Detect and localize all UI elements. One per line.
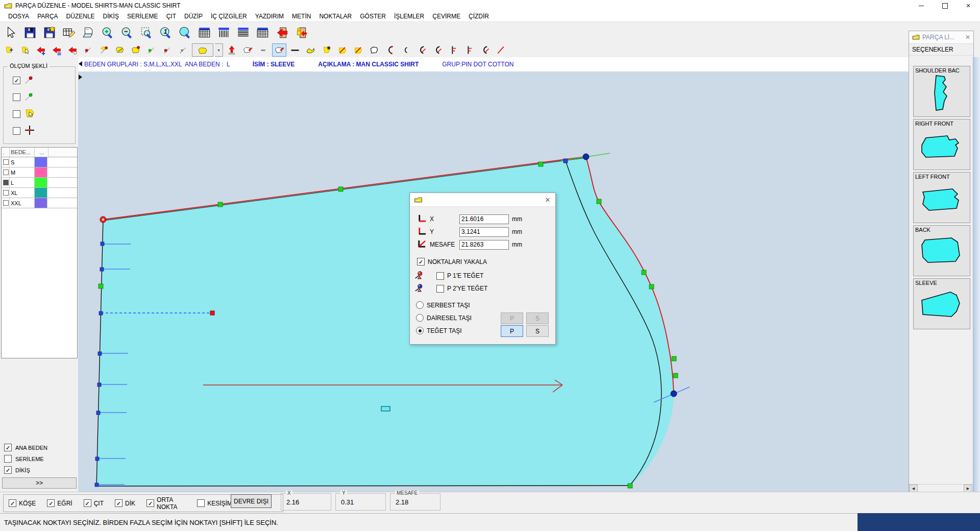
line-tool-icon[interactable] xyxy=(288,43,302,57)
size-color-swatch[interactable] xyxy=(35,188,47,198)
menu-di-ki[interactable]: DİKİŞ xyxy=(99,12,123,21)
menu-meti-n[interactable]: METİN xyxy=(288,12,315,21)
size-row-select[interactable] xyxy=(2,157,10,167)
menu-dosya[interactable]: DOSYA xyxy=(4,12,33,21)
prev-button[interactable]: P xyxy=(501,312,523,324)
point-up-icon[interactable] xyxy=(225,43,239,57)
save-as-icon[interactable] xyxy=(41,24,58,41)
size-row-select[interactable] xyxy=(2,198,10,208)
grid-vertical-icon[interactable] xyxy=(215,24,233,41)
piece-list-title-bar[interactable]: PARÇA Lİ... ✕ xyxy=(909,31,973,44)
outline-icon[interactable] xyxy=(367,43,381,57)
piece-select-combo[interactable] xyxy=(192,43,213,57)
size-row-select[interactable] xyxy=(2,178,10,187)
tangent2-icon[interactable] xyxy=(430,43,445,57)
size-row-checkbox[interactable] xyxy=(3,170,9,175)
next-button[interactable]: S xyxy=(526,312,549,324)
measure-option-checkbox[interactable] xyxy=(13,93,20,101)
piece-thumb-left-front[interactable]: LEFT FRONT xyxy=(913,172,970,223)
piece-thumb-shoulder-bac[interactable]: SHOULDER BAC xyxy=(913,66,970,117)
exit-save-icon[interactable] xyxy=(293,24,310,41)
field-input-y[interactable]: 3.1241 xyxy=(459,227,509,237)
save-icon[interactable] xyxy=(21,24,39,41)
undo-add-icon[interactable] xyxy=(34,43,48,57)
curve-edit-icon[interactable] xyxy=(383,43,397,57)
piece-point-icon[interactable] xyxy=(129,43,143,57)
snap-checkbox-k-e[interactable]: ✓ xyxy=(9,499,16,507)
point-delete-icon[interactable] xyxy=(176,43,190,57)
size-row-select[interactable] xyxy=(2,188,10,198)
snap-checkbox-it[interactable]: ✓ xyxy=(84,499,91,507)
menu-i-lemler[interactable]: İŞLEMLER xyxy=(390,12,428,21)
curve-piece-icon[interactable] xyxy=(304,43,318,57)
menu-i-zdi-r[interactable]: ÇİZDİR xyxy=(464,12,493,21)
size-row-xl[interactable]: XL xyxy=(2,188,77,198)
curve-open-icon[interactable] xyxy=(478,43,492,57)
cut-icon[interactable] xyxy=(335,43,350,57)
curve-point-icon[interactable] xyxy=(399,43,413,57)
size-color-swatch[interactable] xyxy=(35,157,47,167)
field-input-x[interactable]: 21.6016 xyxy=(459,214,509,224)
smooth-icon[interactable] xyxy=(320,43,334,57)
measure-option-checkbox[interactable]: ✓ xyxy=(13,77,20,84)
snap-checkbox-di-k[interactable]: ✓ xyxy=(115,499,122,507)
size-row-checkbox[interactable] xyxy=(3,190,9,196)
size-color-swatch[interactable] xyxy=(35,178,47,187)
options-menu[interactable]: SEÇENEKLER xyxy=(909,44,973,56)
collapse-left-arrow[interactable] xyxy=(79,61,82,66)
size-color-swatch[interactable] xyxy=(35,198,47,208)
snap-checkbox-kesi-i-m[interactable] xyxy=(197,499,205,507)
measure-new-icon[interactable] xyxy=(2,43,16,57)
print-icon[interactable] xyxy=(80,24,97,41)
menu-par-a[interactable]: PARÇA xyxy=(33,12,62,21)
grid-coarse-icon[interactable] xyxy=(254,24,272,41)
layer-checkbox[interactable] xyxy=(4,455,12,463)
minimize-button[interactable] xyxy=(910,0,933,11)
combo-dropdown-arrow[interactable]: ▼ xyxy=(215,43,223,57)
menu-it[interactable]: ÇIT xyxy=(162,12,180,21)
size-row-m[interactable]: M xyxy=(2,167,77,178)
zoom-fit-icon[interactable] xyxy=(177,24,194,41)
point-edit-icon[interactable] xyxy=(97,43,111,57)
angle-line-icon[interactable] xyxy=(494,43,508,57)
size-row-checkbox[interactable] xyxy=(3,159,9,165)
size-row-select[interactable] xyxy=(2,167,10,177)
canvas-vertical-scrollbar[interactable] xyxy=(973,57,980,492)
move-mode-radio[interactable] xyxy=(416,327,424,334)
zoom-window-icon[interactable] xyxy=(138,24,155,41)
cut-angle-icon[interactable] xyxy=(351,43,365,57)
measure-option-checkbox[interactable] xyxy=(13,110,20,118)
menu-i-i-zgi-ler[interactable]: İÇ ÇİZGİLER xyxy=(207,12,251,21)
size-row-s[interactable]: S xyxy=(2,157,77,167)
piece-thumb-back[interactable]: BACK xyxy=(913,225,970,276)
move-point-icon[interactable] xyxy=(272,43,286,57)
maximize-button[interactable] xyxy=(933,0,957,11)
size-row-l[interactable]: L xyxy=(2,178,77,188)
exit-icon[interactable] xyxy=(274,24,291,41)
piece-list-scrollbar[interactable]: ◀ ▶ xyxy=(909,484,972,492)
menu-d-zenle[interactable]: DÜZENLE xyxy=(62,12,99,21)
piece-edit-icon[interactable] xyxy=(113,43,127,57)
expand-panel-button[interactable]: >> xyxy=(2,477,77,489)
piece-thumb-right-front[interactable]: RIGHT FRONT xyxy=(913,119,970,170)
collapse-right-arrow[interactable] xyxy=(79,75,82,80)
point-add-icon[interactable] xyxy=(81,43,95,57)
undo-move-icon[interactable] xyxy=(65,43,80,57)
undo-line-icon[interactable] xyxy=(50,43,64,57)
menu-d-zi-p[interactable]: DÜZİP xyxy=(180,12,207,21)
menu-evi-rme[interactable]: ÇEVİRME xyxy=(428,12,464,21)
grid-fine-icon[interactable] xyxy=(196,24,213,41)
notch-icon[interactable] xyxy=(446,43,460,57)
snap-points-checkbox[interactable]: ✓ xyxy=(417,258,425,266)
move-point-xy-icon[interactable] xyxy=(160,43,175,57)
snap-checkbox-orta-nokta[interactable]: ✓ xyxy=(146,499,154,507)
size-color-swatch[interactable] xyxy=(35,167,47,177)
zoom-in-icon[interactable] xyxy=(99,24,116,41)
measure-pick-icon[interactable] xyxy=(18,43,32,57)
size-row-checkbox[interactable] xyxy=(3,180,9,185)
layer-checkbox[interactable]: ✓ xyxy=(4,466,12,474)
next-button[interactable]: S xyxy=(526,325,549,337)
tangent-checkbox-1[interactable] xyxy=(436,272,444,280)
tangent-checkbox-2[interactable] xyxy=(436,285,444,293)
piece-table-icon[interactable] xyxy=(60,24,78,41)
